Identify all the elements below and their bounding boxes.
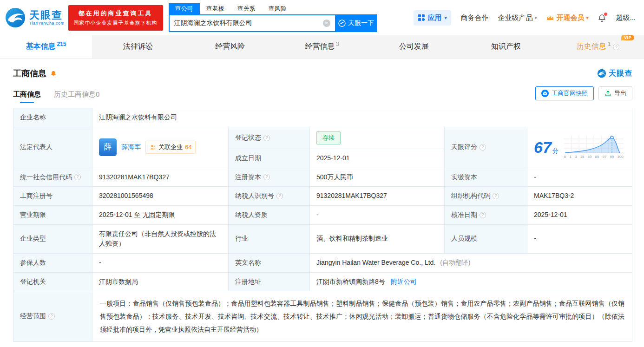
related-companies-count: 64	[185, 143, 191, 152]
legal-rep-name-link[interactable]: 薛海军	[121, 142, 141, 152]
search-button[interactable]: 天眼一下	[336, 14, 377, 32]
promo-banner: 都在用的商业查询工具 国家中小企业发展子基金旗下机构	[68, 5, 163, 31]
top-menu: 应用 ▾ 商务合作 企业级产品 ▾ 开通会员 ▾ 超级...	[414, 10, 636, 26]
score-axis-labels: 0 1 3 15 50 85 97 99 100	[564, 154, 624, 160]
english-name-value: Jiangyin Hailan Water Beverage Co., Ltd.	[316, 259, 435, 266]
insured-value: -	[92, 253, 229, 272]
help-icon[interactable]	[480, 212, 486, 218]
field-label: 企业类型	[20, 234, 46, 244]
apps-menu[interactable]: 应用 ▾	[414, 10, 451, 26]
related-companies-tag[interactable]: 关联企业 64	[145, 141, 196, 154]
menu-enterprise-products[interactable]: 企业级产品 ▾	[498, 13, 537, 22]
banner-line2: 国家中小企业发展子基金旗下机构	[74, 20, 158, 26]
business-info-table: 企业名称 江阴海澜之水饮料有限公司 法定代表人 薛 薛海军 关联企业 64 登记…	[13, 108, 632, 342]
menu-biz-cooperation[interactable]: 商务合作	[460, 13, 488, 22]
org-code-value: MAK17BQ3-2	[527, 187, 632, 206]
subtab-business-info[interactable]: 工商信息	[13, 90, 41, 103]
notification-bell[interactable]	[598, 13, 606, 22]
field-label: 行业	[235, 234, 248, 244]
apps-menu-label: 应用	[427, 13, 441, 22]
menu-enterprise-products-label: 企业级产品	[498, 13, 532, 22]
table-row-reg-authority: 登记机关 江阴市数据局 注册地址 江阴市新桥镇陶新路8号 附近公司	[13, 272, 632, 291]
score-unit: 分	[552, 147, 559, 154]
official-snapshot-button[interactable]: 工商官网快照	[535, 86, 594, 100]
tab-label: 基本信息	[26, 42, 55, 52]
menu-open-vip[interactable]: 开通会员 ▾	[546, 13, 588, 22]
export-button[interactable]: 导出	[598, 86, 632, 100]
search-button-label: 天眼一下	[348, 19, 374, 27]
field-label: 纳税人识别号	[235, 191, 274, 201]
help-icon[interactable]	[48, 313, 55, 320]
tab-label: 公司发展	[399, 42, 429, 52]
table-row-company-type: 企业类型 有限责任公司（非自然人投资或控股的法人独资） 行业 酒、饮料和精制茶制…	[13, 224, 632, 253]
vip-badge: VIP	[621, 35, 634, 40]
search-tab-risk[interactable]: 查风险	[262, 3, 293, 14]
nearby-companies-link[interactable]: 附近公司	[391, 278, 417, 285]
score-distribution-chart	[564, 134, 624, 154]
status-badge: 存续	[316, 131, 341, 144]
subscribe-bell-icon[interactable]	[50, 70, 57, 77]
menu-super[interactable]: 超级...	[616, 13, 636, 22]
field-label: 核准日期	[451, 210, 477, 220]
help-icon[interactable]	[263, 135, 270, 141]
tianyancha-logo[interactable]: 天眼查 TianYanCha.com	[5, 7, 65, 28]
export-label: 导出	[614, 89, 626, 98]
field-label: 成立日期	[235, 153, 261, 164]
field-label: 登记状态	[235, 133, 261, 143]
brand-domain: TianYanCha.com	[29, 21, 65, 26]
field-label: 参保人数	[20, 258, 46, 268]
clear-icon[interactable]: ✕	[323, 20, 330, 27]
reg-number-value: 320281001565498	[92, 187, 229, 206]
tab-count: 3	[336, 41, 339, 47]
tab-history-info[interactable]: 历史信息 1 VIP	[552, 35, 644, 58]
help-icon[interactable]	[493, 193, 499, 199]
reg-address-value: 江阴市新桥镇陶新路8号	[316, 278, 385, 285]
search-input[interactable]	[170, 20, 323, 27]
watermark-brand-name: 天眼查	[609, 69, 632, 79]
help-icon[interactable]	[74, 174, 81, 180]
subtab-history-business-info[interactable]: 历史工商信息0	[54, 90, 99, 103]
tab-operation-risk[interactable]: 经营风险	[184, 35, 276, 58]
tianyancha-logo-icon	[597, 69, 606, 78]
table-row-business-scope: 经营范围 一般项目：食品销售（仅销售预包装食品）；食品用塑料包装容器工具制品销售…	[13, 291, 632, 342]
search-tab-boss[interactable]: 查老板	[200, 3, 231, 14]
search-tab-relation[interactable]: 查关系	[231, 3, 262, 14]
brand-name: 天眼查	[29, 10, 65, 21]
tab-operation-info[interactable]: 经营信息 3	[276, 35, 368, 58]
tab-legal-litigation[interactable]: 法律诉讼	[92, 35, 184, 58]
field-label: 企业名称	[20, 112, 46, 123]
help-icon[interactable]	[263, 174, 270, 180]
help-icon[interactable]	[276, 193, 283, 199]
camera-icon	[541, 90, 549, 97]
business-scope-value: 一般项目：食品销售（仅销售预包装食品）；食品用塑料包装容器工具制品销售；塑料制品…	[92, 291, 632, 342]
table-row-insured: 参保人数 - 英文名称 Jiangyin Hailan Water Bevera…	[13, 253, 632, 272]
notification-dot	[604, 13, 607, 16]
table-row-business-term: 营业期限 2025-12-01 至 无固定期限 纳税人资质 - 核准日期 202…	[13, 205, 632, 224]
company-name-value: 江阴海澜之水饮料有限公司	[92, 108, 632, 127]
reg-authority-value: 江阴市数据局	[92, 272, 229, 291]
subtab-row: 工商信息 历史工商信息0 工商官网快照 导出	[0, 79, 644, 103]
tab-intellectual-property[interactable]: 知识产权	[460, 35, 552, 58]
search-tab-company[interactable]: 查公司	[169, 3, 200, 14]
field-label: 组织机构代码	[451, 191, 490, 201]
tab-company-development[interactable]: 公司发展	[368, 35, 460, 58]
section-header: 工商信息 天眼查	[0, 59, 644, 79]
taxpayer-quality-value: -	[310, 205, 445, 224]
tab-label: 法律诉讼	[123, 42, 153, 52]
help-icon[interactable]	[613, 44, 619, 50]
auto-translate-note: (自动翻译)	[440, 259, 470, 266]
search-button-logo-icon	[338, 20, 346, 27]
apps-grid-icon	[418, 14, 425, 21]
crown-icon	[546, 15, 554, 21]
tab-label: 经营风险	[215, 42, 245, 52]
help-icon[interactable]	[480, 144, 486, 151]
tab-basic-info[interactable]: 基本信息 215	[0, 35, 92, 58]
credit-code-value: 91320281MAK17BQ327	[92, 168, 229, 187]
official-snapshot-label: 工商官网快照	[552, 89, 588, 98]
section-title: 工商信息	[13, 68, 46, 79]
establish-date-value: 2025-12-01	[310, 149, 445, 168]
field-label: 纳税人资质	[235, 210, 268, 220]
menu-open-vip-label: 开通会员	[556, 13, 584, 22]
legal-rep-avatar[interactable]: 薛	[99, 138, 117, 156]
export-icon	[605, 90, 611, 97]
